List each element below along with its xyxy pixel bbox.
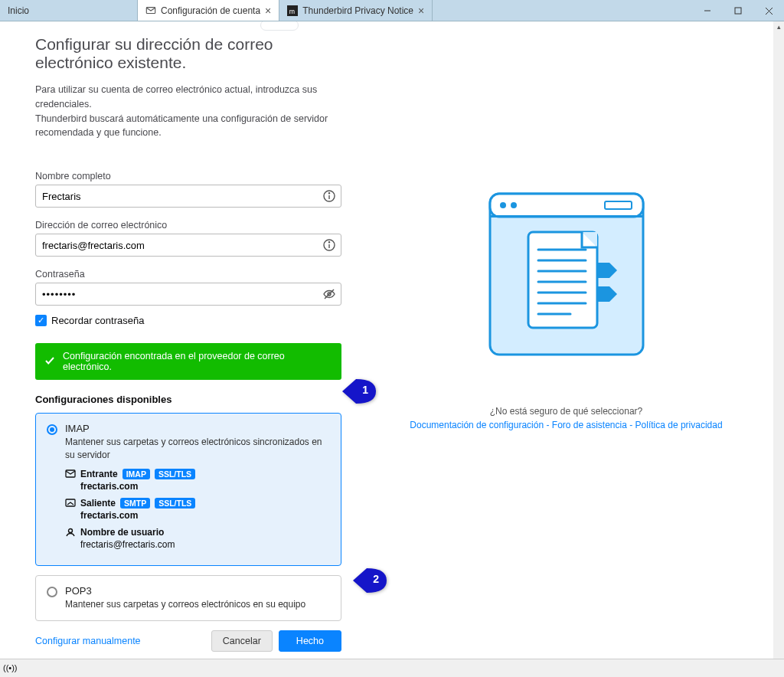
marker-number: 2 (373, 573, 379, 585)
moz-icon: m (287, 5, 298, 16)
eye-off-icon[interactable] (322, 287, 336, 301)
outgoing-label: Saliente (80, 498, 116, 509)
svg-rect-4 (735, 8, 741, 14)
form-column: Configurar su dirección de correo electr… (0, 21, 348, 659)
protocol-option-pop3[interactable]: POP3 Mantener sus carpetas y correos ele… (35, 575, 341, 621)
svg-point-17 (69, 528, 73, 532)
radio-button[interactable] (47, 587, 57, 597)
doc-link[interactable]: Documentación de configuración (410, 420, 544, 430)
forum-link[interactable]: Foro de asistencia (552, 420, 627, 430)
svg-point-12 (328, 242, 329, 243)
protocol-desc: Mantener sus carpetas y correos electrón… (65, 598, 330, 611)
inbox-icon (65, 469, 76, 479)
incoming-host: frectaris.com (80, 481, 330, 492)
marker-number: 1 (362, 384, 368, 396)
tab-label: Thunderbird Privacy Notice (302, 5, 413, 16)
annotation-marker-2: 2 (353, 568, 387, 593)
tab-account-settings[interactable]: Configuración de cuenta × (138, 0, 279, 21)
radio-button-selected[interactable] (47, 424, 57, 435)
window-controls (692, 0, 784, 21)
cloud-decor (260, 21, 299, 31)
success-banner: Configuración encontrada en el proveedor… (35, 343, 341, 380)
minimize-button[interactable] (692, 0, 723, 21)
remember-label: Recordar contraseña (51, 315, 144, 326)
name-input-field[interactable] (42, 191, 316, 202)
done-button[interactable]: Hecho (279, 630, 341, 652)
success-text: Configuración encontrada en el proveedor… (63, 351, 332, 372)
protocol-name: IMAP (65, 423, 330, 434)
username-value: frectaris@frectaris.com (80, 539, 330, 550)
close-icon[interactable]: × (265, 5, 271, 17)
outbox-icon (65, 499, 76, 508)
tab-inicio[interactable]: Inicio (0, 0, 138, 21)
button-row: Configurar manualmente Cancelar Hecho (35, 630, 341, 652)
tab-privacy-notice[interactable]: m Thunderbird Privacy Notice × (279, 0, 433, 21)
close-icon[interactable]: × (418, 5, 424, 17)
annotation-marker-1: 1 (342, 379, 376, 404)
page-subtitle: Para utilizar su cuenta de correo electr… (35, 83, 348, 140)
tab-bar: Inicio Configuración de cuenta × m Thund… (0, 0, 784, 21)
mail-illustration (486, 190, 647, 358)
svg-point-22 (511, 202, 517, 208)
illustration-column: ¿No está seguro de qué seleccionar? Docu… (348, 21, 784, 659)
proto-badge: IMAP (122, 469, 150, 479)
email-input[interactable] (35, 234, 341, 257)
content: Configurar su dirección de correo electr… (0, 21, 784, 659)
proto-badge: SMTP (120, 498, 150, 509)
tab-label: Inicio (8, 5, 129, 16)
close-window-button[interactable] (753, 0, 784, 21)
checkbox-checked-icon[interactable]: ✓ (35, 315, 47, 326)
tab-label: Configuración de cuenta (161, 5, 260, 16)
available-heading: Configuraciones disponibles (35, 394, 348, 405)
cancel-button[interactable]: Cancelar (211, 630, 273, 652)
page-title: Configurar su dirección de correo electr… (35, 35, 348, 72)
svg-point-21 (500, 202, 506, 208)
help-question: ¿No está seguro de qué seleccionar? (490, 406, 642, 417)
configure-manually-link[interactable]: Configurar manualmente (35, 636, 141, 646)
email-label: Dirección de correo electrónico (35, 220, 348, 231)
security-badge: SSL/TLS (155, 469, 195, 479)
broadcast-icon[interactable]: ((•)) (3, 663, 18, 672)
privacy-link[interactable]: Política de privacidad (635, 420, 723, 430)
remember-checkbox-row[interactable]: ✓ Recordar contraseña (35, 315, 348, 326)
protocol-option-imap[interactable]: IMAP Mantener sus carpetas y correos ele… (35, 413, 341, 566)
info-icon[interactable] (322, 189, 336, 203)
name-label: Nombre completo (35, 171, 348, 182)
username-label: Nombre de usuario (80, 527, 164, 538)
name-input[interactable] (35, 185, 341, 208)
maximize-button[interactable] (723, 0, 753, 21)
user-icon (65, 528, 76, 537)
help-links: Documentación de configuración - Foro de… (410, 420, 722, 430)
checkmark-icon (44, 355, 55, 368)
svg-point-9 (328, 193, 329, 194)
password-input[interactable] (35, 283, 341, 306)
incoming-label: Entrante (80, 469, 118, 479)
scroll-up-icon[interactable]: ▴ (773, 21, 784, 32)
status-bar: ((•)) (0, 659, 784, 675)
info-icon[interactable] (322, 238, 336, 252)
settings-mail-icon (145, 5, 156, 16)
scrollbar[interactable]: ▴ (773, 21, 784, 659)
svg-rect-20 (490, 215, 643, 217)
password-label: Contraseña (35, 269, 348, 280)
protocol-name: POP3 (65, 585, 330, 597)
security-badge: SSL/TLS (155, 498, 195, 509)
password-input-field[interactable] (42, 289, 316, 300)
email-input-field[interactable] (42, 240, 316, 251)
svg-text:m: m (289, 7, 295, 15)
protocol-desc: Mantener sus carpetas y correos electrón… (65, 436, 330, 463)
outgoing-host: frectaris.com (80, 510, 330, 521)
